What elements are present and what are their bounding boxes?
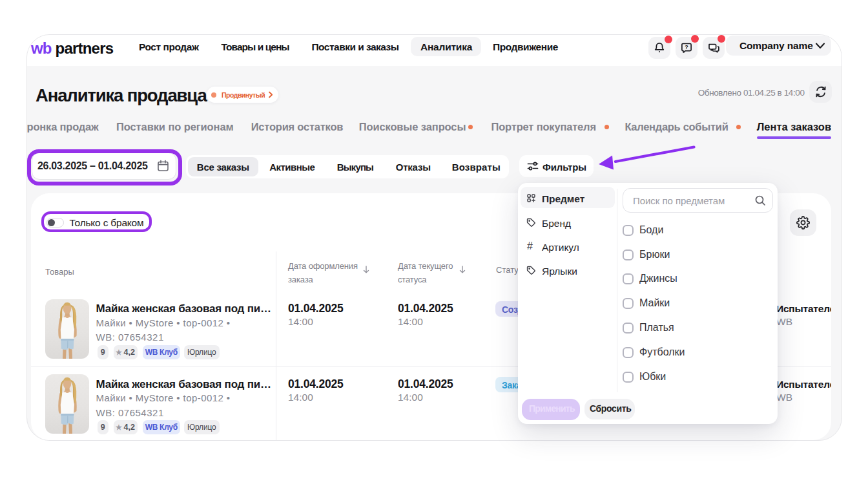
svg-text:?: ?	[685, 44, 688, 50]
